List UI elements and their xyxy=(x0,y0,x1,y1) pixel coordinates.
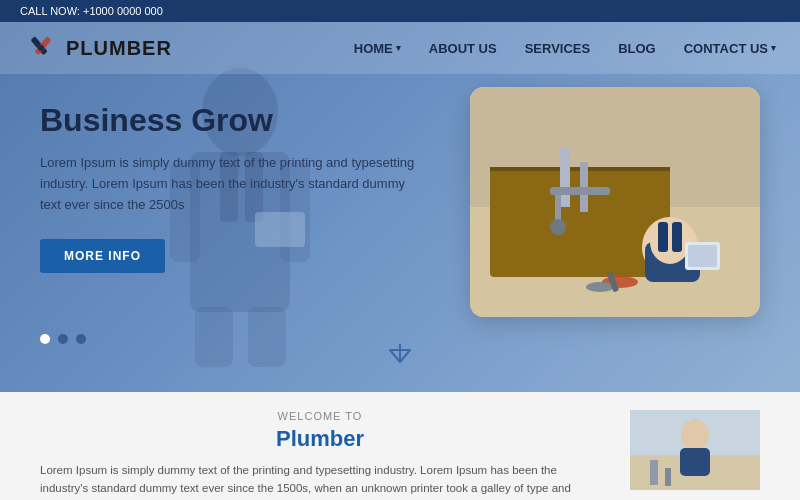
logo-icon xyxy=(24,31,58,65)
svg-point-22 xyxy=(550,219,566,235)
welcome-label: WELCOME TO xyxy=(40,410,600,422)
navbar: PLUMBER HOME ▾ ABOUT US SERVICES BLOG CO… xyxy=(0,22,800,74)
svg-rect-36 xyxy=(680,448,710,476)
svg-rect-20 xyxy=(550,187,610,195)
svg-rect-37 xyxy=(650,460,658,485)
contact-caret: ▾ xyxy=(771,43,776,53)
svg-point-25 xyxy=(650,220,690,264)
svg-point-31 xyxy=(586,282,614,292)
svg-rect-29 xyxy=(688,245,717,267)
bottom-image xyxy=(630,410,760,490)
bottom-section: WELCOME TO Plumber Lorem Ipsum is simply… xyxy=(0,392,800,500)
plumber-sink-illustration xyxy=(470,87,760,317)
svg-point-35 xyxy=(681,419,709,451)
svg-rect-27 xyxy=(672,222,682,252)
logo[interactable]: PLUMBER xyxy=(24,31,172,65)
dot-3[interactable] xyxy=(76,334,86,344)
svg-rect-4 xyxy=(195,307,233,367)
welcome-title: Plumber xyxy=(40,426,600,452)
welcome-text-block: WELCOME TO Plumber Lorem Ipsum is simply… xyxy=(40,410,600,482)
nav-home[interactable]: HOME ▾ xyxy=(354,41,401,56)
hero-content: Business Grow Lorem Ipsum is simply dumm… xyxy=(40,102,420,273)
dot-2[interactable] xyxy=(58,334,68,344)
svg-rect-38 xyxy=(665,468,671,486)
hero-title: Business Grow xyxy=(40,102,420,139)
welcome-body: Lorem Ipsum is simply dummy text of the … xyxy=(40,462,600,500)
hero-section: PLUMBER HOME ▾ ABOUT US SERVICES BLOG CO… xyxy=(0,22,800,392)
dot-1[interactable] xyxy=(40,334,50,344)
home-caret: ▾ xyxy=(396,43,401,53)
nav-blog[interactable]: BLOG xyxy=(618,41,656,56)
call-now-text: CALL NOW: +1000 0000 000 xyxy=(20,5,163,17)
hero-body: Lorem Ipsum is simply dummy text of the … xyxy=(40,153,420,215)
svg-rect-5 xyxy=(248,307,286,367)
logo-text: PLUMBER xyxy=(66,37,172,60)
slide-dots xyxy=(40,334,86,344)
arrow-down-icon xyxy=(386,340,414,368)
scroll-arrow[interactable] xyxy=(386,340,414,374)
hero-image-inner xyxy=(470,87,760,317)
nav-contact[interactable]: CONTACT US ▾ xyxy=(684,41,776,56)
more-info-button[interactable]: MORE INFO xyxy=(40,239,165,273)
svg-rect-18 xyxy=(560,147,570,207)
top-bar: CALL NOW: +1000 0000 000 xyxy=(0,0,800,22)
svg-point-11 xyxy=(38,45,44,51)
nav-links: HOME ▾ ABOUT US SERVICES BLOG CONTACT US… xyxy=(354,41,776,56)
nav-about[interactable]: ABOUT US xyxy=(429,41,497,56)
nav-services[interactable]: SERVICES xyxy=(525,41,591,56)
svg-rect-26 xyxy=(658,222,668,252)
hero-image-card xyxy=(470,87,760,317)
bottom-image-illustration xyxy=(630,410,760,490)
